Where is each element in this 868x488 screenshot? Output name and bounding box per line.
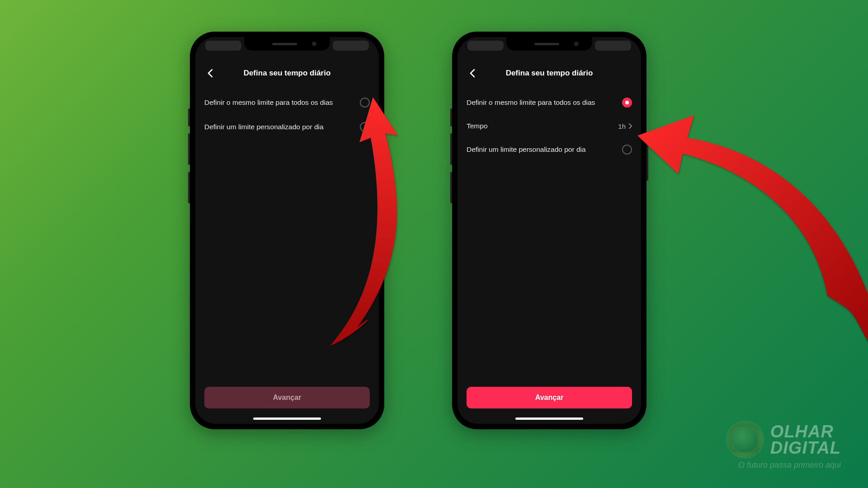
page-title: Defina seu tempo diário bbox=[506, 69, 593, 78]
status-bar-right bbox=[333, 41, 369, 51]
phone-screen: Defina seu tempo diário Definir o mesmo … bbox=[195, 37, 379, 424]
option-custom-limit[interactable]: Definir um limite personalizado por dia bbox=[467, 137, 632, 162]
phone-side-button bbox=[384, 140, 386, 181]
page-title: Defina seu tempo diário bbox=[244, 69, 331, 78]
phone-side-button bbox=[646, 140, 648, 181]
watermark-ring-icon bbox=[727, 422, 763, 458]
time-value: 1h bbox=[618, 122, 626, 130]
options-list: Definir o mesmo limite para todos os dia… bbox=[195, 83, 379, 387]
chevron-left-icon bbox=[207, 69, 213, 78]
watermark-tagline: O futuro passa primeiro aqui bbox=[738, 460, 841, 470]
time-value-container: 1h bbox=[618, 122, 632, 130]
advance-button[interactable]: Avançar bbox=[467, 387, 632, 408]
radio-icon bbox=[360, 122, 370, 132]
watermark-logo: OLHAR DIGITAL bbox=[727, 422, 841, 458]
phone-side-button bbox=[450, 172, 452, 203]
radio-selected-icon bbox=[622, 98, 632, 108]
phone-mockup-left: Defina seu tempo diário Definir o mesmo … bbox=[190, 32, 384, 429]
option-label: Definir o mesmo limite para todos os dia… bbox=[467, 99, 595, 107]
watermark-line1: OLHAR bbox=[770, 423, 841, 440]
option-label: Definir um limite personalizado por dia bbox=[467, 145, 586, 154]
option-label: Definir o mesmo limite para todos os dia… bbox=[204, 99, 333, 107]
phone-side-button bbox=[188, 108, 190, 127]
phone-mockup-right: Defina seu tempo diário Definir o mesmo … bbox=[452, 32, 646, 429]
status-bar-left bbox=[467, 41, 504, 51]
advance-button[interactable]: Avançar bbox=[204, 387, 370, 408]
phone-screen: Defina seu tempo diário Definir o mesmo … bbox=[458, 37, 641, 424]
back-button[interactable] bbox=[466, 67, 478, 80]
option-time[interactable]: Tempo 1h bbox=[467, 115, 632, 137]
annotation-arrow-right bbox=[624, 102, 868, 355]
home-indicator bbox=[253, 418, 321, 420]
options-list: Definir o mesmo limite para todos os dia… bbox=[458, 83, 641, 387]
phone-side-button bbox=[450, 133, 452, 165]
status-bar-left bbox=[205, 41, 241, 51]
phone-side-button bbox=[450, 108, 452, 127]
back-button[interactable] bbox=[203, 67, 216, 80]
watermark-line2: DIGITAL bbox=[770, 440, 841, 456]
chevron-right-icon bbox=[628, 123, 632, 129]
option-label: Tempo bbox=[467, 122, 488, 130]
home-indicator bbox=[515, 418, 583, 420]
phone-side-button bbox=[188, 133, 190, 165]
watermark: OLHAR DIGITAL O futuro passa primeiro aq… bbox=[727, 422, 841, 470]
option-label: Definir um limite personalizado por dia bbox=[204, 123, 324, 131]
chevron-left-icon bbox=[469, 69, 475, 78]
radio-icon bbox=[360, 98, 370, 108]
phone-side-button bbox=[188, 172, 190, 203]
phone-notch bbox=[244, 37, 330, 51]
phone-notch bbox=[506, 37, 592, 51]
watermark-text: OLHAR DIGITAL bbox=[770, 423, 841, 456]
option-custom-limit[interactable]: Definir um limite personalizado por dia bbox=[204, 115, 370, 139]
radio-icon bbox=[622, 145, 632, 155]
screen-header: Defina seu tempo diário bbox=[195, 63, 379, 83]
option-same-limit[interactable]: Definir o mesmo limite para todos os dia… bbox=[204, 90, 370, 115]
status-bar-right bbox=[595, 41, 631, 51]
option-same-limit[interactable]: Definir o mesmo limite para todos os dia… bbox=[467, 90, 632, 115]
screen-header: Defina seu tempo diário bbox=[458, 63, 641, 83]
